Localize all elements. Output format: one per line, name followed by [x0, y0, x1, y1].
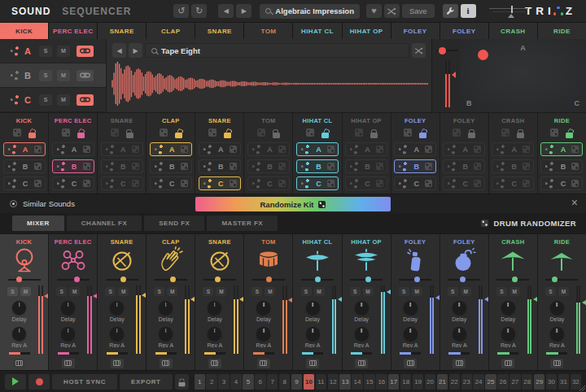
- grid-foley-variation-b[interactable]: B: [443, 159, 485, 173]
- randomize-variation-dice-icon[interactable]: [571, 163, 579, 170]
- step-28[interactable]: 28: [522, 374, 532, 390]
- export-button[interactable]: EXPORT: [120, 374, 173, 390]
- pan-slider[interactable]: [252, 276, 285, 283]
- randomize-variation-dice-icon[interactable]: [571, 146, 579, 153]
- randomize-variation-dice-icon[interactable]: [83, 146, 90, 153]
- send-amount-bar[interactable]: [204, 352, 225, 355]
- lock-closed-icon[interactable]: [126, 133, 133, 138]
- layer-blend-xy-pad[interactable]: A B C: [460, 39, 586, 112]
- pan-slider[interactable]: [8, 276, 41, 283]
- info-button[interactable]: i: [461, 4, 476, 18]
- mute-button[interactable]: M: [118, 287, 129, 296]
- host-sync-button[interactable]: HOST SYNC: [52, 374, 117, 390]
- grid-foley-variation-c[interactable]: C: [394, 176, 436, 190]
- send-amount-bar[interactable]: [400, 352, 421, 355]
- step-12[interactable]: 12: [328, 374, 339, 390]
- solo-button[interactable]: S: [448, 287, 458, 296]
- randomize-variation-dice-icon[interactable]: [230, 146, 237, 153]
- delay-send-knob[interactable]: [110, 301, 124, 315]
- send-amount-bar[interactable]: [448, 352, 470, 355]
- step-15[interactable]: 15: [364, 374, 374, 390]
- layer-a-link-icon[interactable]: [77, 46, 94, 57]
- randomize-variation-dice-icon[interactable]: [327, 146, 335, 153]
- channel-fader[interactable]: [136, 285, 141, 354]
- send-amount-bar[interactable]: [107, 352, 128, 355]
- grid-snare-variation-b[interactable]: B: [199, 159, 241, 173]
- lock-closed-icon[interactable]: [468, 133, 475, 138]
- grid-foley-variation-b[interactable]: B: [394, 159, 436, 173]
- randomize-variation-dice-icon[interactable]: [83, 163, 90, 170]
- next-preset-button[interactable]: ▶: [236, 4, 251, 18]
- pan-slider[interactable]: [399, 276, 431, 283]
- mute-button[interactable]: M: [20, 287, 31, 296]
- solo-button[interactable]: S: [301, 287, 312, 296]
- randomize-variation-dice-icon[interactable]: [571, 180, 579, 187]
- mute-button[interactable]: M: [265, 287, 275, 296]
- grid-perc-elec-variation-c[interactable]: C: [52, 176, 94, 190]
- xy-pad-handle[interactable]: [478, 50, 488, 60]
- randomize-variation-dice-icon[interactable]: [376, 146, 383, 153]
- send-amount-bar[interactable]: [302, 352, 323, 355]
- step-2[interactable]: 2: [206, 374, 216, 390]
- step-21[interactable]: 21: [437, 374, 448, 390]
- step-17[interactable]: 17: [388, 374, 399, 390]
- play-button[interactable]: [5, 374, 26, 390]
- delay-send-knob[interactable]: [208, 301, 221, 315]
- solo-button[interactable]: S: [251, 287, 262, 296]
- delay-send-knob[interactable]: [12, 301, 26, 315]
- drum-tab-2-perc-elec[interactable]: PERC ELEC: [49, 23, 98, 39]
- layer-c-mute-button[interactable]: M: [57, 94, 70, 106]
- step-3[interactable]: 3: [218, 374, 229, 390]
- step-18[interactable]: 18: [400, 374, 411, 390]
- step-9[interactable]: 9: [291, 374, 302, 390]
- shuffle-preset-icon[interactable]: [384, 4, 400, 18]
- step-29[interactable]: 29: [534, 374, 544, 390]
- send-amount-bar[interactable]: [546, 352, 567, 355]
- delay-send-knob[interactable]: [404, 301, 418, 315]
- randomize-variation-dice-icon[interactable]: [474, 146, 481, 153]
- delay-send-knob[interactable]: [355, 301, 369, 315]
- grid-hihat-cl-variation-c[interactable]: C: [296, 176, 339, 190]
- randomize-variation-dice-icon[interactable]: [523, 180, 530, 187]
- solo-button[interactable]: S: [56, 287, 67, 296]
- fader-handle[interactable]: [338, 297, 342, 302]
- randomize-drum-dice-icon[interactable]: [208, 128, 216, 137]
- layer-a-solo-button[interactable]: S: [39, 46, 52, 57]
- solo-button[interactable]: S: [105, 287, 116, 296]
- grid-crash-variation-a[interactable]: A: [492, 142, 534, 156]
- mixer-strip-11-crash[interactable]: CRASHSMDelayRev A: [489, 234, 538, 370]
- settings-wrench-icon[interactable]: [443, 4, 458, 18]
- channel-fader[interactable]: [38, 285, 43, 354]
- reverb-send-knob[interactable]: [159, 327, 173, 341]
- randomize-variation-dice-icon[interactable]: [376, 180, 383, 187]
- fader-handle[interactable]: [435, 295, 440, 300]
- step-11[interactable]: 11: [316, 374, 326, 390]
- pan-slider[interactable]: [301, 276, 334, 283]
- step-31[interactable]: 31: [558, 374, 569, 390]
- fx-tab-send-fx[interactable]: SEND FX: [144, 216, 204, 231]
- random-sample-icon[interactable]: [412, 43, 426, 58]
- channel-fader[interactable]: [479, 285, 483, 354]
- mute-button[interactable]: M: [314, 287, 325, 296]
- delay-send-knob[interactable]: [453, 301, 466, 315]
- redo-button[interactable]: ↻: [191, 4, 207, 18]
- mixer-strip-4-clap[interactable]: CLAPSMDelayRev A: [146, 234, 195, 370]
- pan-slider[interactable]: [545, 276, 578, 283]
- save-button[interactable]: Save: [402, 4, 435, 18]
- channel-fader[interactable]: [185, 285, 190, 354]
- lock-closed-icon[interactable]: [273, 133, 280, 138]
- randomize-variation-dice-icon[interactable]: [474, 163, 481, 170]
- lock-open-icon[interactable]: [28, 133, 36, 138]
- lock-open-icon[interactable]: [419, 133, 426, 138]
- layer-c-solo-button[interactable]: S: [39, 94, 52, 106]
- randomize-variation-dice-icon[interactable]: [230, 163, 237, 170]
- drum-tab-8-hihat-op[interactable]: HIHAT OP: [343, 23, 391, 39]
- randomize-variation-dice-icon[interactable]: [132, 180, 139, 187]
- randomize-variation-dice-icon[interactable]: [83, 180, 90, 187]
- keyboard-icon[interactable]: [550, 359, 563, 368]
- reverb-send-knob[interactable]: [110, 327, 124, 341]
- grid-tom-variation-c[interactable]: C: [247, 176, 290, 190]
- keyboard-icon[interactable]: [257, 359, 270, 368]
- drum-tab-10-foley[interactable]: FOLEY: [440, 23, 489, 39]
- randomize-drum-dice-icon[interactable]: [257, 128, 265, 137]
